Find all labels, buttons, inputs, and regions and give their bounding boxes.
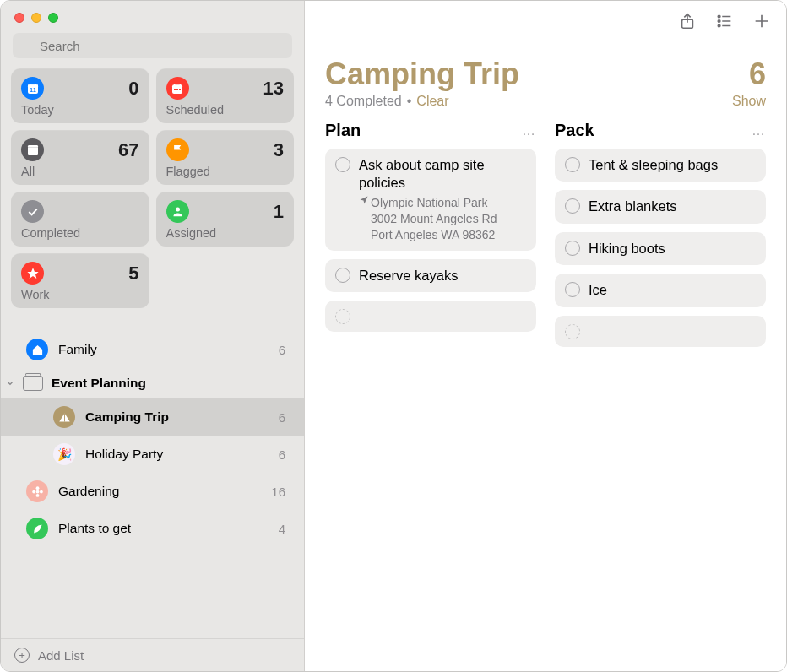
reminder-item[interactable]: Hiking boots: [555, 232, 766, 265]
count-label: 13: [263, 78, 284, 100]
list-row-camping-trip[interactable]: Camping Trip 6: [1, 398, 304, 436]
new-reminder-button[interactable]: [752, 12, 771, 30]
smart-card-label: Completed: [21, 226, 139, 240]
list-count: 6: [279, 447, 285, 462]
separator-dot: •: [407, 94, 412, 109]
list-count: 6: [279, 343, 285, 357]
sidebar: 11 0 Today 13 Scheduled: [1, 1, 305, 671]
complete-toggle[interactable]: [335, 157, 350, 172]
new-reminder-placeholder[interactable]: [325, 301, 536, 332]
svg-point-21: [718, 15, 720, 18]
list-row-plants[interactable]: Plants to get 4: [1, 510, 304, 547]
close-window-button[interactable]: [14, 13, 24, 23]
minimize-window-button[interactable]: [31, 13, 41, 23]
svg-point-19: [40, 490, 43, 493]
section-title: Plan: [325, 121, 361, 140]
sidebar-lists: Family 6 Event Planning Camping Trip 6: [1, 328, 304, 638]
plus-icon: +: [14, 648, 30, 663]
tent-icon: [53, 406, 75, 428]
completed-icon: [21, 200, 44, 223]
list-row-family[interactable]: Family 6: [1, 331, 304, 368]
list-title: Camping Trip: [325, 57, 519, 92]
section-plan: Plan … Ask about camp site policies Olym…: [325, 121, 536, 355]
svg-rect-10: [174, 89, 176, 90]
view-options-button[interactable]: [715, 12, 734, 30]
complete-toggle[interactable]: [565, 241, 580, 256]
count-label: 67: [118, 139, 138, 161]
smart-card-all[interactable]: 67 All: [11, 130, 149, 185]
app-window: 11 0 Today 13 Scheduled: [0, 0, 787, 672]
party-icon: [53, 443, 75, 465]
new-reminder-placeholder[interactable]: [555, 316, 766, 347]
smart-card-assigned[interactable]: 1 Assigned: [156, 192, 295, 247]
svg-marker-14: [27, 268, 38, 279]
section-more-button[interactable]: …: [522, 123, 536, 138]
search-container: [13, 33, 292, 58]
smart-card-today[interactable]: 11 0 Today: [11, 68, 149, 123]
section-pack: Pack … Tent & sleeping bags Extra blanke…: [555, 121, 766, 355]
reminder-item[interactable]: Tent & sleeping bags: [555, 149, 766, 182]
complete-toggle[interactable]: [335, 268, 350, 283]
svg-rect-4: [30, 84, 30, 86]
complete-toggle[interactable]: [565, 198, 580, 214]
group-row-event-planning[interactable]: Event Planning: [1, 368, 304, 398]
section-more-button[interactable]: …: [752, 123, 766, 138]
location-icon: [359, 195, 369, 243]
list-total-count: 6: [749, 57, 766, 92]
smart-card-label: Flagged: [166, 165, 285, 178]
smart-card-label: All: [21, 165, 139, 178]
scheduled-icon: [166, 77, 189, 100]
reminder-title: Tent & sleeping bags: [589, 156, 756, 174]
list-row-gardening[interactable]: Gardening 16: [1, 473, 304, 510]
chevron-down-icon: [6, 379, 21, 387]
reminder-location-text: Olympic National Park 3002 Mount Angeles…: [371, 195, 497, 243]
maximize-window-button[interactable]: [48, 13, 58, 23]
complete-toggle[interactable]: [565, 157, 580, 172]
list-subheader: 4 Completed • Clear Show: [325, 94, 766, 109]
list-row-holiday-party[interactable]: Holiday Party 6: [1, 436, 304, 473]
reminder-item[interactable]: Ice: [555, 274, 766, 306]
group-label: Event Planning: [52, 376, 146, 391]
smart-card-completed[interactable]: Completed: [11, 192, 149, 247]
reminder-title: Ask about camp site policies: [359, 156, 526, 192]
search-input[interactable]: [13, 33, 292, 58]
all-icon: [21, 138, 44, 161]
window-controls: [1, 1, 304, 28]
list-count: 4: [279, 522, 285, 536]
share-button[interactable]: [678, 12, 697, 30]
count-label: 3: [274, 139, 284, 161]
flagged-icon: [166, 138, 189, 161]
smart-card-label: Today: [21, 103, 139, 117]
flower-icon: [26, 480, 48, 502]
count-label: 0: [128, 78, 138, 100]
svg-point-23: [718, 24, 720, 27]
add-list-button[interactable]: + Add List: [1, 638, 304, 671]
content-area: Camping Trip 6 4 Completed • Clear Show …: [305, 41, 786, 671]
svg-point-22: [718, 20, 720, 23]
clear-completed-button[interactable]: Clear: [416, 94, 448, 109]
assigned-icon: [166, 200, 189, 223]
complete-toggle: [335, 309, 350, 324]
list-label: Plants to get: [58, 521, 279, 536]
work-icon: [21, 262, 44, 285]
add-list-label: Add List: [38, 648, 84, 663]
reminder-item[interactable]: Reserve kayaks: [325, 259, 536, 292]
smart-card-flagged[interactable]: 3 Flagged: [156, 130, 295, 185]
count-label: 5: [128, 263, 138, 285]
svg-rect-5: [35, 84, 35, 86]
reminder-item[interactable]: Extra blankets: [555, 190, 766, 223]
count-label: 1: [274, 201, 284, 223]
list-label: Gardening: [58, 484, 271, 499]
list-label: Holiday Party: [85, 447, 279, 462]
smart-card-scheduled[interactable]: 13 Scheduled: [156, 68, 295, 123]
smart-card-work[interactable]: 5 Work: [11, 253, 149, 308]
reminder-title: Hiking boots: [589, 240, 756, 257]
svg-point-18: [32, 490, 35, 493]
smart-card-label: Assigned: [166, 226, 285, 240]
complete-toggle[interactable]: [565, 282, 580, 297]
today-icon: 11: [21, 77, 44, 100]
list-count: 16: [271, 485, 285, 499]
smart-card-label: Work: [21, 288, 139, 301]
show-completed-button[interactable]: Show: [732, 94, 766, 109]
reminder-item[interactable]: Ask about camp site policies Olympic Nat…: [325, 149, 536, 251]
